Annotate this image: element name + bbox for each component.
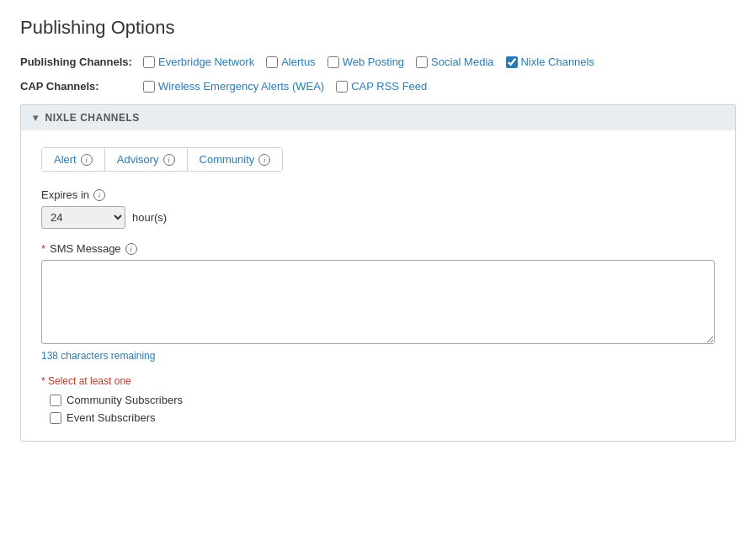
cap-channels-label: CAP Channels: [20, 80, 138, 93]
nixle-section-title: NIXLE CHANNELS [45, 112, 140, 124]
ch-social-checkbox[interactable] [416, 56, 428, 68]
tab-advisory-label: Advisory [117, 153, 159, 166]
publishing-channel-ch-everbridge: Everbridge Network [143, 56, 254, 68]
publishing-channel-ch-alertus: Alertus [266, 56, 315, 68]
ch-nixle-label[interactable]: Nixle Channels [521, 56, 594, 68]
ch-alertus-label[interactable]: Alertus [281, 56, 315, 68]
sub-event-checkbox[interactable] [50, 412, 61, 424]
sms-label: * SMS Message i [41, 242, 715, 255]
expires-label: Expires in i [41, 188, 715, 201]
cap-channels-row: CAP Channels: Wireless Emergency Alerts … [20, 80, 736, 93]
cap-rss-checkbox[interactable] [336, 81, 348, 93]
cap-channel-cap-rss: CAP RSS Feed [336, 80, 427, 93]
sub-community-checkbox[interactable] [50, 395, 61, 406]
tab-community-info-icon[interactable]: i [258, 154, 270, 166]
publishing-channels-label: Publishing Channels: [20, 56, 138, 68]
nixle-section-panel: ▾ NIXLE CHANNELS AlertiAdvisoryiCommunit… [20, 104, 736, 442]
ch-social-label[interactable]: Social Media [431, 56, 493, 68]
sms-required-star: * [41, 242, 45, 255]
tab-alert[interactable]: Alerti [42, 148, 105, 171]
cap-channel-items: Wireless Emergency Alerts (WEA)CAP RSS F… [143, 80, 427, 93]
tab-advisory[interactable]: Advisoryi [105, 148, 188, 171]
cap-rss-label[interactable]: CAP RSS Feed [351, 80, 427, 93]
expires-row: 123612244872 hour(s) [41, 206, 715, 229]
tab-community[interactable]: Communityi [188, 148, 283, 171]
nixle-section-header[interactable]: ▾ NIXLE CHANNELS [21, 105, 735, 130]
cap-wea-checkbox[interactable] [143, 81, 155, 93]
publishing-channel-ch-nixle: Nixle Channels [506, 56, 594, 68]
ch-everbridge-label[interactable]: Everbridge Network [158, 56, 254, 68]
sub-event-label[interactable]: Event Subscribers [67, 411, 156, 424]
select-instruction: * Select at least one [41, 375, 715, 387]
page-title: Publishing Options [20, 17, 736, 39]
subscriber-sub-community: Community Subscribers [50, 394, 715, 406]
sms-info-icon[interactable]: i [125, 243, 137, 255]
cap-channel-cap-wea: Wireless Emergency Alerts (WEA) [143, 80, 324, 93]
expires-select[interactable]: 123612244872 [41, 206, 125, 229]
publishing-channel-ch-webposting: Web Posting [327, 56, 404, 68]
subscriber-sub-event: Event Subscribers [50, 411, 715, 424]
hour-label: hour(s) [132, 211, 167, 224]
nixle-tabs: AlertiAdvisoryiCommunityi [41, 147, 283, 172]
subscriber-options: Community SubscribersEvent Subscribers [50, 394, 715, 424]
expires-field-section: Expires in i 123612244872 hour(s) [41, 188, 715, 229]
publishing-channels-row: Publishing Channels: Everbridge NetworkA… [20, 56, 736, 68]
cap-wea-label[interactable]: Wireless Emergency Alerts (WEA) [158, 80, 324, 93]
tab-alert-info-icon[interactable]: i [81, 154, 93, 166]
sub-community-label[interactable]: Community Subscribers [67, 394, 183, 406]
publishing-channel-ch-social: Social Media [416, 56, 493, 68]
sms-field-section: * SMS Message i 138 characters remaining [41, 242, 715, 362]
tab-alert-label: Alert [54, 153, 77, 166]
chevron-down-icon: ▾ [33, 112, 39, 124]
ch-alertus-checkbox[interactable] [266, 56, 278, 68]
publishing-channel-items: Everbridge NetworkAlertusWeb PostingSoci… [143, 56, 594, 68]
sms-textarea[interactable] [41, 260, 715, 344]
expires-info-icon[interactable]: i [93, 189, 105, 201]
nixle-section-body: AlertiAdvisoryiCommunityi Expires in i 1… [21, 130, 735, 441]
tab-community-label: Community [200, 153, 255, 166]
ch-webposting-label[interactable]: Web Posting [343, 56, 404, 68]
ch-webposting-checkbox[interactable] [327, 56, 339, 68]
chars-remaining: 138 characters remaining [41, 350, 715, 362]
ch-nixle-checkbox[interactable] [506, 56, 518, 68]
tab-advisory-info-icon[interactable]: i [163, 154, 175, 166]
ch-everbridge-checkbox[interactable] [143, 56, 155, 68]
